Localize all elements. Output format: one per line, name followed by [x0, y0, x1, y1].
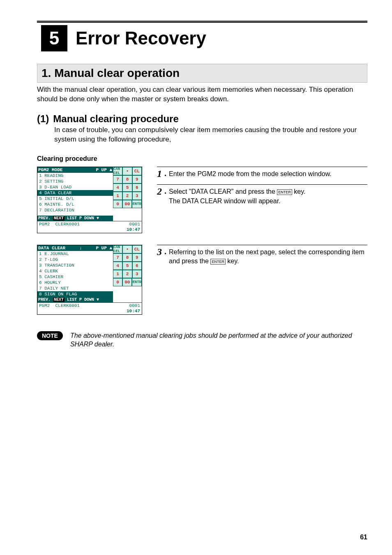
keypad-4: 4: [113, 262, 122, 270]
s1-status-mid: CLERK0001: [55, 222, 80, 227]
screen1-title: PGM2 MODE: [38, 167, 62, 172]
keypad-5: 5: [122, 183, 132, 192]
keypad-2: 2: [122, 192, 132, 200]
screen2-nav: PREV.NEXTLISTP DOWN ▼: [37, 297, 113, 302]
screen1-item-6: 6 MAINTE. D/L: [37, 202, 113, 207]
screen1-item-2: 2 SETTING: [37, 179, 113, 184]
screen2-item-2: 2 T-LOG: [37, 257, 113, 262]
screen1-item-7: 7 DECLARATION: [37, 207, 113, 213]
screen2-item-8: 8 SIGN ON FLAG: [37, 291, 113, 297]
keypad-7: 7: [113, 175, 122, 183]
chapter-number: 5: [49, 28, 59, 49]
keypad-9: 9: [132, 253, 142, 262]
nav-next: NEXT: [53, 216, 65, 221]
intro-text: With the manual clear operation, you can…: [37, 85, 367, 104]
enter-key-icon: ENTER: [277, 189, 292, 195]
screen2-item-5: 5 CASHIER: [37, 274, 113, 280]
keypad-2: CAN CEL•CL789456123000ENTR: [113, 245, 142, 302]
screen1-item-4: 4 DATA CLEAR: [37, 190, 113, 196]
screen1-item-1: 1 READING: [37, 173, 113, 179]
nav-prev: PREV.: [38, 216, 51, 221]
keypad-: •: [122, 245, 132, 253]
step-3: 3.Referring to the list on the next page…: [157, 247, 367, 266]
keypad-9: 9: [132, 175, 142, 183]
keypad-8: 8: [122, 253, 132, 262]
top-rule: [37, 21, 367, 23]
chapter-title: Error Recovery: [76, 28, 206, 49]
nav-list: LIST: [67, 297, 77, 302]
clearing-procedure-label: Clearing procedure: [37, 155, 367, 163]
data-clear-screen: DATA CLEAR ↓ P UP ▲ 1 E.JOURNAL 2 T-LOG …: [37, 245, 142, 315]
keypad-cancel: CAN CEL: [113, 167, 122, 175]
keypad-cl: CL: [132, 245, 142, 253]
keypad-: •: [122, 167, 132, 175]
keypad-1: CAN CEL•CL789456123000ENTR: [113, 167, 142, 221]
subsection-body: In case of trouble, you can compulsively…: [54, 125, 367, 144]
step-dot: .: [164, 247, 166, 256]
section-title: 1. Manual clear operation: [42, 67, 180, 79]
screen2-item-4: 4 CLERK: [37, 268, 113, 274]
steps-block-2: 3.Referring to the list on the next page…: [157, 245, 367, 272]
screen1-nav: PREV.NEXTLISTP DOWN ▼: [37, 216, 113, 221]
keypad-2: 2: [122, 270, 132, 278]
keypad-6: 6: [132, 183, 142, 192]
pgm2-mode-screen: PGM2 MODE P UP ▲ 1 READING 2 SETTING 3 D…: [37, 167, 142, 233]
keypad-cl: CL: [132, 167, 142, 175]
keypad-cancel: CAN CEL: [113, 245, 122, 253]
nav-prev: PREV.: [38, 297, 51, 302]
screen2-title: DATA CLEAR: [38, 246, 65, 251]
keypad-3: 3: [132, 270, 142, 278]
step-number: 3: [157, 247, 162, 257]
chapter-number-box: 5: [41, 25, 67, 51]
screen2-item-3: 3 TRANSACTION: [37, 262, 113, 268]
step-text: Referring to the list on the next page, …: [169, 247, 367, 266]
keypad-4: 4: [113, 183, 122, 192]
keypad-3: 3: [132, 192, 142, 200]
keypad-1: 1: [113, 192, 122, 200]
steps-block-1: 1.Enter the PGM2 mode from the mode sele…: [157, 167, 367, 211]
s2-status-mid: CLERK0001: [55, 303, 80, 308]
s1-time: 10:47: [37, 227, 142, 233]
note-text: The above-mentioned manual clearing jobs…: [70, 331, 367, 349]
keypad-00: 00: [122, 200, 132, 208]
s1-status-left: PGM2: [39, 222, 50, 227]
page-number: 61: [360, 534, 367, 541]
note-badge: NOTE: [37, 331, 63, 340]
keypad-0: 0: [113, 200, 122, 208]
step-2: 2.Select "DATA CLEAR" and press the ENTE…: [157, 186, 367, 206]
s1-status-right: 0001: [129, 222, 140, 227]
keypad-6: 6: [132, 262, 142, 270]
s2-status-left: PGM2: [39, 303, 50, 308]
screen2-item-7: 7 DAILY NET: [37, 286, 113, 291]
keypad-entr: ENTR: [132, 200, 142, 208]
screen2-item-1: 1 E.JOURNAL: [37, 251, 113, 257]
chapter-heading: 5 Error Recovery: [41, 25, 367, 51]
subsection-heading: (1) Manual clearing procedure: [37, 113, 367, 125]
keypad-1: 1: [113, 270, 122, 278]
step-number: 2: [157, 186, 162, 196]
nav-pdown: P DOWN ▼: [79, 297, 99, 302]
s2-time: 10:47: [37, 309, 142, 314]
keypad-0: 0: [113, 278, 122, 286]
note-row: NOTE The above-mentioned manual clearing…: [37, 331, 367, 349]
nav-next: NEXT: [53, 297, 65, 302]
keypad-00: 00: [122, 278, 132, 286]
s2-status-right: 0001: [129, 303, 140, 308]
enter-key-icon: ENTER: [210, 259, 226, 265]
screen2-arrow: ↓: [65, 246, 96, 251]
screen1-item-3: 3 D-EAN LOAD: [37, 184, 113, 190]
keypad-5: 5: [122, 262, 132, 270]
keypad-7: 7: [113, 253, 122, 262]
screen1-pup: P UP ▲: [96, 167, 112, 172]
section-bar: 1. Manual clear operation: [37, 64, 367, 83]
step-1: 1.Enter the PGM2 mode from the mode sele…: [157, 169, 367, 179]
subsection-title: Manual clearing procedure: [53, 113, 178, 125]
nav-list: LIST: [67, 216, 77, 221]
screen1-item-5: 5 INITIAL D/L: [37, 196, 113, 202]
subsection-number: (1): [37, 113, 49, 125]
screen2-item-6: 6 HOURLY: [37, 280, 113, 286]
step-text: Enter the PGM2 mode from the mode select…: [169, 169, 367, 179]
step-dot: .: [164, 186, 166, 196]
step-number: 1: [157, 169, 162, 179]
nav-pdown: P DOWN ▼: [79, 216, 99, 221]
